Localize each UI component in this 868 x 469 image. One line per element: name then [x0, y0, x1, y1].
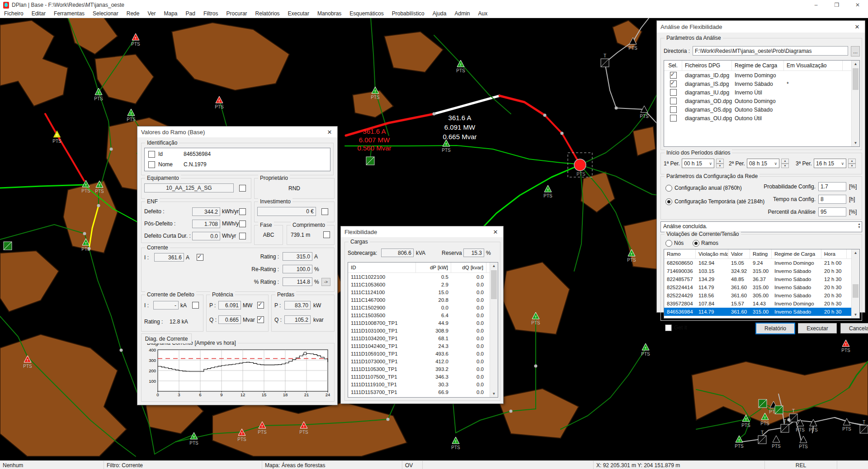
sobrecarga-field[interactable]: 806.6 — [381, 249, 414, 257]
rerating-field[interactable]: 100.0 — [283, 265, 312, 273]
menu-item-relatrios[interactable]: Relatórios — [251, 10, 284, 18]
table-row[interactable]: 1111C146700020.80.0 — [348, 296, 498, 304]
menu-item-probabilstico[interactable]: Probabilístico — [388, 10, 429, 18]
menu-item-executar[interactable]: Executar — [284, 10, 313, 18]
analise-close-icon[interactable]: ✕ — [849, 21, 865, 32]
column-header[interactable]: dQ [kvar] — [451, 263, 486, 272]
reserva-field[interactable]: 15.3 — [463, 249, 484, 257]
pct-rating-field[interactable]: 114.8 — [283, 277, 312, 286]
cancelar-button[interactable]: Cancelar — [840, 323, 868, 333]
menu-item-ficheiro[interactable]: Ficheiro — [0, 10, 28, 18]
column-header[interactable]: Hora — [821, 249, 847, 258]
potencia-p-checkbox[interactable] — [257, 302, 264, 309]
potencia-q-checkbox[interactable] — [257, 316, 264, 323]
table-row[interactable]: 1111D1119100_TP130.30.0 — [348, 380, 498, 388]
table-row[interactable]: 1111C112410015.00.0 — [348, 288, 498, 296]
table-row[interactable]: 839572804107.8415.5714.43Inverno Domingo… — [664, 300, 859, 308]
table-row[interactable]: 1111D1059100_TP1493.60.0 — [348, 350, 498, 357]
column-header[interactable]: Violação máx — [696, 249, 728, 258]
analise-dialog-titlebar[interactable]: Análise de Flexibilidade ✕ — [657, 21, 865, 33]
table-row[interactable]: 1111D1073000_TP1412.00.0 — [348, 357, 498, 365]
table-row[interactable]: 1111D1031000_TP1308.90.0 — [348, 327, 498, 334]
minimize-button[interactable]: – — [806, 0, 826, 10]
table-row[interactable]: 825224414114.79361.60315.00Inverno Sábad… — [664, 283, 859, 291]
table-row[interactable]: 822485757134.2948.8536.37Inverno Sábado1… — [664, 275, 859, 283]
spin-up[interactable]: ▲ — [781, 159, 789, 164]
scroll-down-icon[interactable]: ▼ — [852, 311, 859, 318]
perdas-q-field[interactable]: 105.2 — [284, 315, 311, 324]
dot-marker[interactable] — [88, 247, 91, 250]
cargas-table[interactable]: IDdP [kW]dQ [kvar]1111C10221000.50.01111… — [348, 262, 498, 398]
dot-marker[interactable] — [543, 114, 547, 117]
dot-marker[interactable] — [534, 365, 538, 368]
relatorio-button[interactable]: Relatório — [755, 323, 795, 334]
rating-field[interactable]: 315.0 — [283, 252, 312, 261]
table-row[interactable]: 1111D1034200_TP168.10.0 — [348, 334, 498, 342]
file-select-cell[interactable] — [664, 72, 682, 79]
table-row[interactable]: diagramas_ID.dpgInverno Domingo — [664, 71, 859, 80]
column-header[interactable]: Regime de Carga — [772, 249, 821, 258]
menu-item-selecionar[interactable]: Selecionar — [89, 10, 123, 18]
file-checkbox[interactable] — [670, 115, 677, 122]
table-row[interactable]: diagramas_IU.dpgInverno Útil — [664, 88, 859, 97]
restore-button[interactable]: ❐ — [826, 0, 847, 10]
table-row[interactable]: 714690036103.15324.92315.00Inverno Sábad… — [664, 267, 859, 275]
menu-item-ferramentas[interactable]: Ferramentas — [50, 10, 89, 18]
file-select-cell[interactable] — [664, 89, 682, 96]
table-row[interactable]: 682608650162.9415.059.24Inverno Domingo2… — [664, 259, 859, 267]
file-checkbox[interactable] — [670, 72, 677, 79]
enf-row-field[interactable]: 1.708 — [192, 220, 220, 228]
menu-item-editar[interactable]: Editar — [28, 10, 50, 18]
config-field-input[interactable]: 95 — [818, 207, 846, 216]
id-checkbox[interactable] — [148, 151, 155, 158]
table-row[interactable]: 825224429118.56361.60305.00Inverno Sábad… — [664, 291, 859, 300]
dot-marker[interactable] — [788, 418, 791, 422]
dot-marker[interactable] — [387, 418, 390, 421]
column-header[interactable]: Ficheiros DPG — [682, 61, 732, 70]
dot-marker[interactable] — [561, 132, 564, 135]
flex-close-icon[interactable]: ✕ — [488, 226, 503, 237]
radio-nos[interactable] — [665, 240, 672, 247]
sq-green-marker[interactable] — [759, 399, 767, 408]
flex-scrollbar[interactable]: ▲▼ — [490, 263, 498, 397]
potencia-p-field[interactable]: 6.091 — [218, 301, 241, 310]
table-row[interactable]: 1111C15029000.00.0 — [348, 304, 498, 311]
table-row[interactable]: 1111D1153700_TP166.90.0 — [348, 388, 498, 396]
file-select-cell[interactable] — [664, 106, 682, 113]
file-checkbox[interactable] — [670, 106, 677, 113]
table-row[interactable]: 1111C15035006.40.0 — [348, 311, 498, 319]
sq-green-marker[interactable] — [775, 406, 783, 414]
enf-row-field[interactable]: 0.0 — [192, 232, 220, 240]
scroll-down-icon[interactable]: ▼ — [490, 390, 498, 397]
investimento-checkbox[interactable] — [321, 208, 328, 215]
radio-config-temporaria[interactable] — [665, 198, 672, 205]
menu-item-procurar[interactable]: Procurar — [222, 10, 251, 18]
config-field-input[interactable]: 1.7 — [818, 182, 846, 191]
valores-dialog-titlebar[interactable]: Valores do Ramo (Base) ✕ — [137, 127, 337, 137]
enf-row-checkbox[interactable] — [239, 233, 246, 239]
periodo-combo[interactable]: 00 h 15∨ — [682, 159, 714, 168]
spin-down[interactable]: ▼ — [716, 164, 724, 169]
getit-checkbox[interactable] — [665, 324, 672, 331]
file-checkbox[interactable] — [670, 80, 677, 87]
menu-item-ajuda[interactable]: Ajuda — [429, 10, 451, 18]
menu-item-mapa[interactable]: Mapa — [160, 10, 181, 18]
radio-ramos[interactable] — [693, 240, 699, 247]
scroll-up-icon[interactable]: ▲ — [490, 263, 498, 269]
config-field-input[interactable]: 8 — [818, 195, 846, 204]
files-scrollbar[interactable]: ▲▼ — [851, 61, 859, 146]
file-select-cell[interactable] — [664, 98, 682, 104]
table-row[interactable]: 1111C10221000.50.0 — [348, 273, 498, 281]
violacoes-table[interactable]: RamoViolação máxValorRatingRegime de Car… — [664, 249, 860, 319]
dot-marker[interactable] — [433, 113, 436, 116]
valores-close-icon[interactable]: ✕ — [322, 127, 337, 137]
investimento-field[interactable]: 0 € — [257, 207, 316, 216]
defeito-i-checkbox[interactable] — [192, 302, 199, 309]
close-button[interactable]: ✕ — [847, 0, 868, 10]
scrollbar-thumb[interactable] — [853, 68, 859, 90]
ficheiros-dpg-table[interactable]: Sel.Ficheiros DPGRegime de CargaEm Visua… — [664, 60, 860, 147]
dot-marker[interactable] — [509, 410, 513, 413]
spin-down[interactable]: ▼ — [848, 164, 856, 169]
nome-checkbox[interactable] — [148, 161, 155, 168]
column-header[interactable]: Em Visualização — [784, 61, 843, 70]
